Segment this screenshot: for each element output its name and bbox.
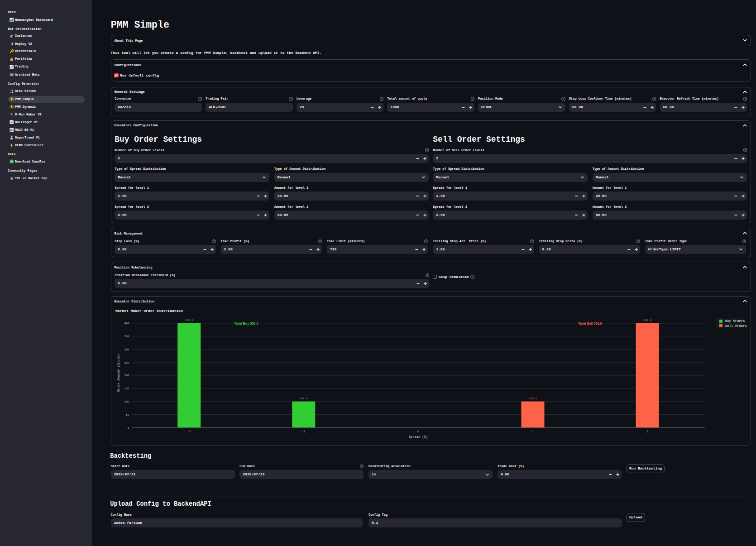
svg-text:400.0: 400.0 xyxy=(185,319,193,322)
svg-text:150: 150 xyxy=(124,387,129,390)
svg-text:0: 0 xyxy=(417,430,419,433)
svg-text:Sell Orders: Sell Orders xyxy=(725,324,747,328)
svg-text:100.0: 100.0 xyxy=(529,397,537,400)
svg-text:100.0: 100.0 xyxy=(300,397,308,400)
svg-text:350: 350 xyxy=(124,335,129,338)
svg-text:Order Amount (Quote): Order Amount (Quote) xyxy=(117,354,120,392)
svg-text:100: 100 xyxy=(124,400,129,403)
svg-text:-2: -2 xyxy=(187,430,191,433)
svg-text:50: 50 xyxy=(126,413,129,417)
svg-text:200: 200 xyxy=(124,374,129,377)
svg-text:Spread (%): Spread (%) xyxy=(409,435,428,439)
svg-text:Total Buy 500.0: Total Buy 500.0 xyxy=(234,321,258,326)
svg-text:300: 300 xyxy=(124,348,129,351)
svg-text:2: 2 xyxy=(646,430,648,433)
svg-text:-1: -1 xyxy=(302,430,306,433)
svg-text:Total Sell 500.0: Total Sell 500.0 xyxy=(578,321,602,326)
svg-text:Buy Orders: Buy Orders xyxy=(725,319,745,323)
svg-text:250: 250 xyxy=(124,361,129,364)
svg-text:0: 0 xyxy=(128,426,129,430)
svg-text:400.0: 400.0 xyxy=(643,319,651,322)
svg-text:1: 1 xyxy=(532,430,534,433)
svg-text:400: 400 xyxy=(124,322,129,325)
